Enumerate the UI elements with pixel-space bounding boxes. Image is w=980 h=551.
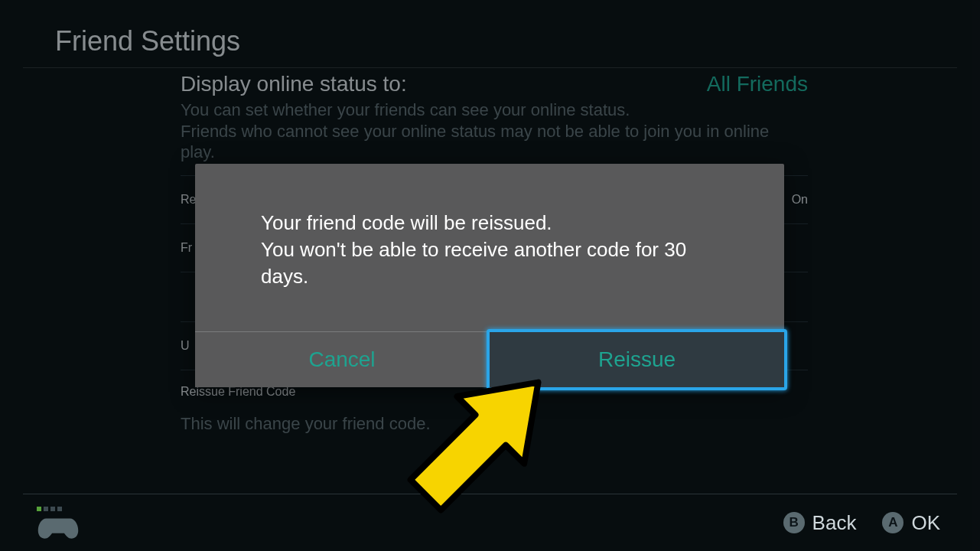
dialog-actions: Cancel Reissue bbox=[195, 332, 784, 387]
dialog-line1: Your friend code will be reissued. bbox=[261, 210, 718, 236]
ok-hint[interactable]: A OK bbox=[882, 511, 940, 535]
cancel-button[interactable]: Cancel bbox=[195, 332, 490, 387]
back-hint[interactable]: B Back bbox=[783, 511, 857, 535]
dialog-line2: You won't be able to receive another cod… bbox=[261, 236, 718, 290]
reissue-dialog: Your friend code will be reissued. You w… bbox=[195, 164, 784, 387]
back-label: Back bbox=[812, 511, 857, 535]
reissue-button[interactable]: Reissue bbox=[487, 329, 787, 390]
footer: B Back A OK bbox=[0, 494, 980, 551]
b-button-icon: B bbox=[783, 512, 805, 533]
dialog-body: Your friend code will be reissued. You w… bbox=[195, 164, 784, 331]
ok-label: OK bbox=[911, 511, 940, 535]
a-button-icon: A bbox=[882, 512, 903, 533]
reissue-button-wrap: Reissue bbox=[490, 332, 784, 387]
